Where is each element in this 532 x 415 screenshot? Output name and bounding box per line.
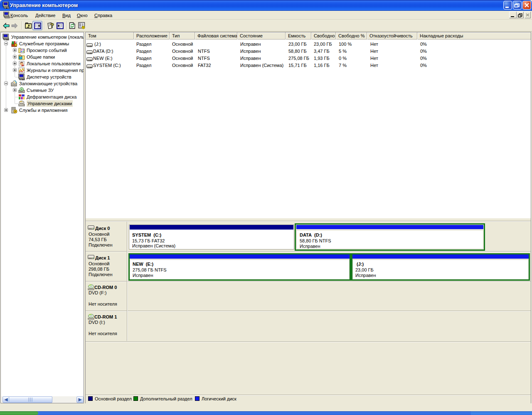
svg-text:?: ? [50, 22, 54, 29]
